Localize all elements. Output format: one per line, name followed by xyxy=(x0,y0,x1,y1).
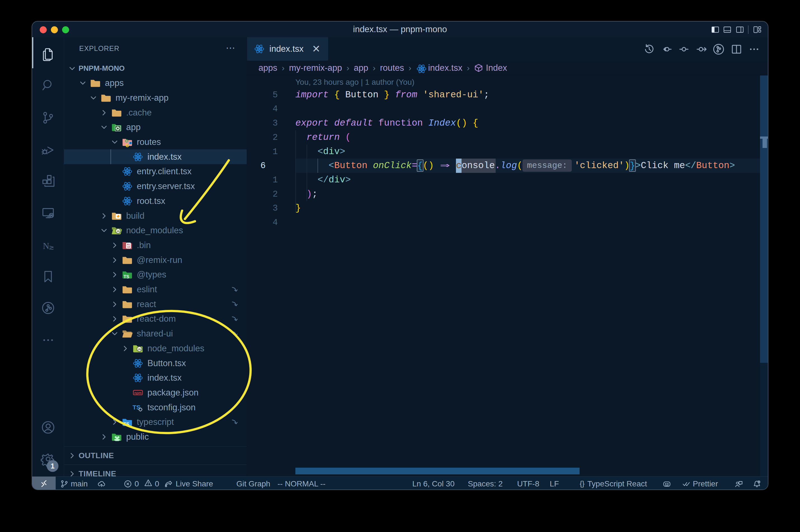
svg-text:npm: npm xyxy=(134,391,141,395)
svg-text:JS: JS xyxy=(138,348,141,351)
svg-text:JS: JS xyxy=(116,230,120,233)
svg-text:N: N xyxy=(43,241,49,251)
svg-text:≳: ≳ xyxy=(49,244,54,251)
svg-text:TS: TS xyxy=(123,422,129,426)
svg-text:10: 10 xyxy=(127,246,130,249)
svg-text:TS: TS xyxy=(123,274,129,279)
